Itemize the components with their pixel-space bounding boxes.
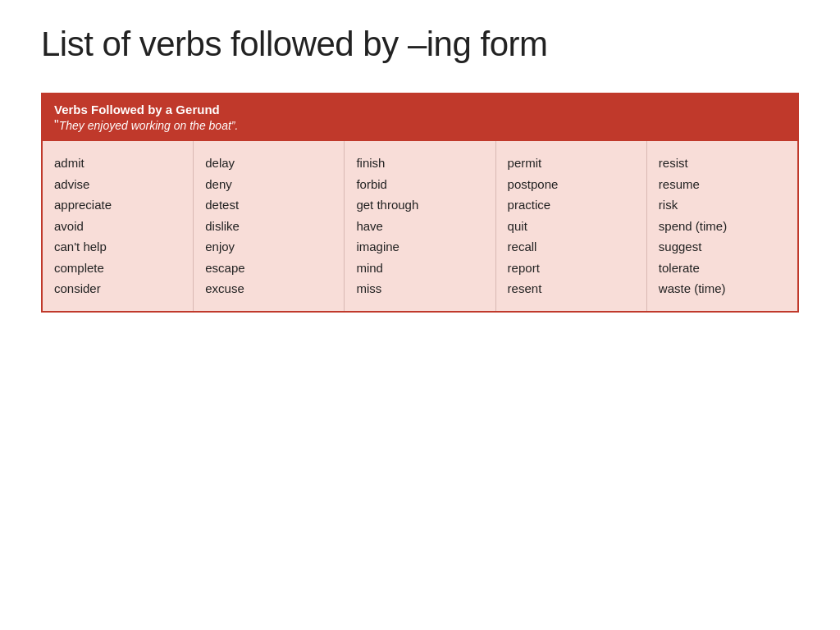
page-container: List of verbs followed by –ing form Verb…	[41, 25, 799, 313]
table-col-1: admit advise appreciate avoid can't help…	[43, 141, 194, 311]
word: quit	[508, 216, 635, 237]
table-col-5: resist resume risk spend (time) suggest …	[647, 141, 797, 311]
table-header-example: "They enjoyed working on the boat”.	[54, 118, 786, 133]
word: mind	[356, 258, 483, 279]
word: advise	[54, 174, 181, 195]
word: delay	[205, 153, 332, 174]
word: get through	[356, 194, 483, 216]
word: detest	[205, 194, 332, 216]
word: tolerate	[659, 258, 786, 279]
word: excuse	[205, 278, 332, 299]
word: risk	[659, 194, 786, 216]
table-body: admit advise appreciate avoid can't help…	[43, 141, 797, 311]
word: consider	[54, 278, 181, 299]
example-text: They enjoyed working on the boat”.	[59, 119, 239, 132]
word: have	[356, 216, 483, 237]
word: admit	[54, 153, 181, 174]
word: report	[508, 258, 635, 279]
word: escape	[205, 258, 332, 279]
word: waste (time)	[659, 278, 786, 299]
word: permit	[508, 153, 635, 174]
word: enjoy	[205, 236, 332, 258]
table-header-title: Verbs Followed by a Gerund	[54, 103, 786, 116]
word: deny	[205, 174, 332, 195]
word: avoid	[54, 216, 181, 237]
word: spend (time)	[659, 216, 786, 237]
word: suggest	[659, 236, 786, 258]
table-col-2: delay deny detest dislike enjoy escape e…	[194, 141, 345, 311]
word: imagine	[356, 236, 483, 258]
table-header: Verbs Followed by a Gerund "They enjoyed…	[43, 94, 797, 141]
word: miss	[356, 278, 483, 299]
word: can't help	[54, 236, 181, 258]
verb-table: Verbs Followed by a Gerund "They enjoyed…	[41, 93, 799, 313]
word: postpone	[508, 174, 635, 195]
word: resent	[508, 278, 635, 299]
word: complete	[54, 258, 181, 279]
word: finish	[356, 153, 483, 174]
word: dislike	[205, 216, 332, 237]
word: appreciate	[54, 194, 181, 216]
word: resume	[659, 174, 786, 195]
page-title: List of verbs followed by –ing form	[41, 25, 799, 64]
table-col-3: finish forbid get through have imagine m…	[345, 141, 495, 311]
word: resist	[659, 153, 786, 174]
word: forbid	[356, 174, 483, 195]
table-col-4: permit postpone practice quit recall rep…	[496, 141, 647, 311]
word: practice	[508, 194, 635, 216]
word: recall	[508, 236, 635, 258]
